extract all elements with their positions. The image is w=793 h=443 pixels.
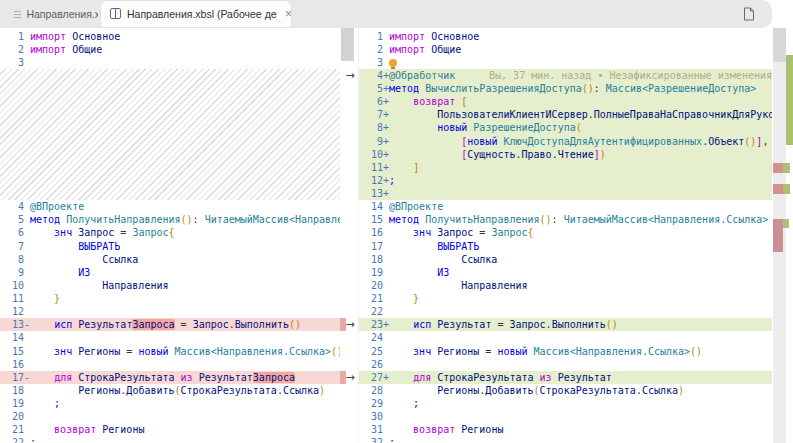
code-text: метод ВычислитьРазрешенияДоступа(): Масс… <box>389 82 772 95</box>
code-line[interactable]: 12+; <box>359 174 772 187</box>
code-text: ИЗ <box>389 266 772 279</box>
code-line[interactable]: 25 знч Регионы = новый Массив<Направлени… <box>359 345 772 358</box>
line-number: 9 <box>0 266 30 279</box>
code-line[interactable]: 4@ВПроекте <box>0 200 340 213</box>
diff-change-arrow-icon[interactable]: → <box>342 69 358 82</box>
code-line[interactable]: 28 Регионы.Добавить(СтрокаРезультата.Ссы… <box>359 384 772 397</box>
code-line[interactable]: 8 Ссылка <box>0 253 340 266</box>
code-line[interactable]: 12 <box>0 305 340 318</box>
code-line[interactable]: 2импорт Общие <box>359 43 772 56</box>
code-text: Ссылка <box>30 253 340 266</box>
line-number: 5 <box>0 213 30 226</box>
tab-file[interactable]: Направления.xbsl <box>0 0 98 28</box>
document-icon <box>743 7 755 21</box>
code-line[interactable]: 10+ [Сущность.Право.Чтение]) <box>359 148 772 161</box>
line-number: 18 <box>0 384 30 397</box>
scrollbar-thumb[interactable] <box>773 28 786 62</box>
code-line[interactable]: 10 Направления <box>0 279 340 292</box>
code-line[interactable]: 22 <box>359 305 772 318</box>
code-line[interactable]: 19 ИЗ <box>359 266 772 279</box>
code-line[interactable]: 20 Направления <box>359 279 772 292</box>
line-number: 23+ <box>359 318 389 331</box>
code-line[interactable]: 1импорт Основное <box>0 30 340 43</box>
line-number: 4+ <box>359 69 389 82</box>
code-line[interactable]: 17 ВЫБРАТЬ <box>359 240 772 253</box>
line-number: 3 <box>359 56 389 69</box>
code-line[interactable]: 5+метод ВычислитьРазрешенияДоступа(): Ма… <box>359 82 772 95</box>
code-text: ] <box>389 161 772 174</box>
code-line[interactable]: 9 ИЗ <box>0 266 340 279</box>
tab-working-tree-diff[interactable]: Направления.xbsl (Рабочее дерево) × <box>100 0 292 28</box>
line-number: 8 <box>0 253 30 266</box>
code-line[interactable]: 31 возврат Регионы <box>359 423 772 436</box>
line-number: 6 <box>0 226 30 239</box>
code-line[interactable]: 14@ВПроекте <box>359 200 772 213</box>
code-line[interactable]: 23+ исп Результат = Запрос.Выполнить() <box>359 318 772 331</box>
code-line[interactable]: 6 знч Запрос = Запрос{ <box>0 226 340 239</box>
diff-pane-original[interactable]: 1импорт Основное2импорт Общие34@ВПроекте… <box>0 28 340 443</box>
code-line[interactable]: 16 знч Запрос = Запрос{ <box>359 226 772 239</box>
code-line[interactable]: 15метод ПолучитьНаправления(): ЧитаемыйМ… <box>359 213 772 226</box>
code-line[interactable]: 3 <box>0 56 340 69</box>
open-file-button[interactable] <box>738 4 760 24</box>
line-number: 1 <box>359 30 389 43</box>
line-number: 19 <box>359 266 389 279</box>
line-number: 15 <box>0 345 30 358</box>
code-text: @ВПроекте <box>30 200 340 213</box>
overview-ruler-mark <box>783 163 790 173</box>
code-line[interactable]: 7 ВЫБРАТЬ <box>0 240 340 253</box>
line-number: 22 <box>0 436 30 443</box>
code-line[interactable]: 26 <box>359 358 772 371</box>
code-line[interactable]: 19 ; <box>0 397 340 410</box>
code-line[interactable]: 30 <box>359 410 772 423</box>
code-line[interactable]: 11 } <box>0 292 340 305</box>
code-line[interactable]: 20 <box>0 410 340 423</box>
code-line[interactable]: 21 } <box>359 292 772 305</box>
overview-ruler-mark <box>773 163 783 173</box>
code-line[interactable]: 4+@ОбработчикВы, 37 мин. назад • Незафик… <box>359 69 772 82</box>
code-text <box>30 56 340 69</box>
code-text <box>30 358 340 371</box>
code-line[interactable]: 9+ [новый КлючДоступаДляАутентифицирован… <box>359 135 772 148</box>
code-line[interactable]: 8+ новый РазрешениеДоступа( <box>359 121 772 134</box>
code-line[interactable]: 27+ для СтрокаРезультата из Результат <box>359 371 772 384</box>
code-line[interactable]: 7+ ПользователиКлиентИСервер.ПолныеПрава… <box>359 108 772 121</box>
code-line[interactable]: 11+ ] <box>359 161 772 174</box>
line-number: 7 <box>0 240 30 253</box>
code-line[interactable]: 13- исп РезультатЗапроса = Запрос.Выполн… <box>0 318 340 331</box>
lightbulb-icon[interactable] <box>389 59 397 67</box>
diff-pane-modified[interactable]: 1импорт Основное2импорт Общие34+@Обработ… <box>358 28 772 443</box>
code-line[interactable]: 21 возврат Регионы <box>0 423 340 436</box>
code-line[interactable]: 24 <box>359 331 772 344</box>
code-line[interactable]: 5метод ПолучитьНаправления(): ЧитаемыйМа… <box>0 213 340 226</box>
code-text: ; <box>30 397 340 410</box>
code-line[interactable]: 17- для СтрокаРезультата из РезультатЗап… <box>0 371 340 384</box>
code-line[interactable]: 13+ <box>359 187 772 200</box>
code-line[interactable]: 32; <box>359 436 772 443</box>
code-line[interactable]: 18 Регионы.Добавить(СтрокаРезультата.Ссы… <box>0 384 340 397</box>
line-number: 17- <box>0 371 30 384</box>
line-number: 29 <box>359 397 389 410</box>
right-scrollbar[interactable] <box>772 28 793 443</box>
code-text: исп Результат = Запрос.Выполнить() <box>389 318 772 331</box>
code-line[interactable]: 6+ возврат [ <box>359 95 772 108</box>
code-line[interactable]: 16 <box>0 358 340 371</box>
code-line[interactable]: 22; <box>0 436 340 443</box>
code-text: ; <box>389 174 772 187</box>
code-line[interactable]: 14 <box>0 331 340 344</box>
code-text: ; <box>389 436 772 443</box>
code-line[interactable]: 29 ; <box>359 397 772 410</box>
code-line[interactable]: 15 знч Регионы = новый Массив<Направлени… <box>0 345 340 358</box>
code-line[interactable]: 1импорт Основное <box>359 30 772 43</box>
code-text <box>389 187 772 200</box>
close-icon[interactable]: × <box>285 8 292 20</box>
code-text: ВЫБРАТЬ <box>30 240 340 253</box>
left-scrollbar-thumb[interactable] <box>341 28 354 61</box>
code-line[interactable]: 18 Ссылка <box>359 253 772 266</box>
code-line[interactable]: 3 <box>359 56 772 69</box>
code-line[interactable]: 2импорт Общие <box>0 43 340 56</box>
code-text <box>30 305 340 318</box>
line-number: 21 <box>359 292 389 305</box>
line-number: 14 <box>359 200 389 213</box>
code-text: ; <box>389 397 772 410</box>
